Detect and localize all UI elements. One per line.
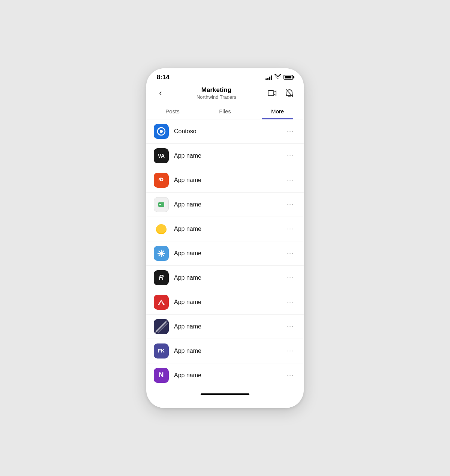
list-item[interactable]: R App name ···: [146, 266, 304, 290]
app-name: App name: [174, 323, 284, 330]
list-item[interactable]: N App name ···: [146, 363, 304, 387]
mute-notifications-button[interactable]: [283, 86, 296, 100]
channel-title: Marketing: [167, 86, 266, 94]
app-more-button[interactable]: ···: [284, 345, 296, 357]
app-more-button[interactable]: ···: [284, 150, 296, 162]
app-icon-green: [154, 197, 169, 212]
app-icon-fk: FK: [154, 343, 169, 359]
svg-point-7: [156, 224, 166, 233]
app-more-button[interactable]: ···: [284, 223, 296, 235]
app-name: App name: [174, 226, 284, 232]
tab-more[interactable]: More: [251, 104, 304, 119]
signal-bars-icon: [266, 75, 272, 80]
app-name: App name: [174, 299, 284, 306]
tabs-bar: Posts Files More: [146, 104, 304, 119]
app-name: App name: [174, 152, 284, 159]
app-more-button[interactable]: ···: [284, 296, 296, 308]
app-more-button[interactable]: ···: [284, 247, 296, 259]
app-icon-onenote: N: [154, 368, 169, 383]
list-item[interactable]: App name ···: [146, 217, 304, 241]
bell-mute-icon: [285, 89, 294, 98]
svg-rect-5: [159, 204, 161, 205]
app-more-button[interactable]: ···: [284, 272, 296, 284]
phone-shell: 8:14 ‹ Marketing Northwin: [146, 68, 304, 408]
app-name: App name: [174, 372, 284, 379]
list-item[interactable]: App name ···: [146, 193, 304, 217]
app-icon-dark-r: R: [154, 270, 169, 285]
tab-files[interactable]: Files: [199, 104, 251, 119]
app-icon-stripe: [154, 319, 169, 334]
app-icon-relay: [154, 173, 169, 188]
svg-rect-4: [158, 202, 164, 207]
list-item[interactable]: App name ···: [146, 290, 304, 315]
list-item[interactable]: App name ···: [146, 315, 304, 339]
app-more-button[interactable]: ···: [284, 369, 296, 381]
status-bar: 8:14: [146, 68, 304, 84]
list-item[interactable]: App name ···: [146, 241, 304, 266]
svg-rect-0: [268, 90, 274, 96]
app-name: App name: [174, 274, 284, 281]
app-icon-yellow: [154, 221, 169, 236]
app-icon-contoso: [154, 124, 169, 139]
app-more-button[interactable]: ···: [284, 199, 296, 211]
app-name: App name: [174, 348, 284, 354]
home-bar: [201, 393, 249, 395]
app-name: App name: [174, 177, 284, 184]
team-name: Northwind Traders: [167, 94, 266, 100]
video-call-button[interactable]: [266, 86, 279, 100]
tab-posts[interactable]: Posts: [146, 104, 199, 119]
app-more-button[interactable]: ···: [284, 174, 296, 186]
header: ‹ Marketing Northwind Traders: [146, 84, 304, 104]
app-name: App name: [174, 201, 284, 208]
list-item[interactable]: Contoso ···: [146, 119, 304, 144]
header-actions: [266, 86, 296, 100]
list-item[interactable]: FK App name ···: [146, 339, 304, 363]
app-name: App name: [174, 250, 284, 257]
list-item[interactable]: VA App name ···: [146, 144, 304, 168]
header-title-group: Marketing Northwind Traders: [167, 86, 266, 100]
app-list: Contoso ··· VA App name ··· App name ···: [146, 119, 304, 387]
app-name: Contoso: [174, 128, 284, 135]
app-icon-red-m: [154, 295, 169, 310]
svg-point-3: [160, 130, 163, 133]
back-chevron-icon: ‹: [159, 88, 162, 98]
home-indicator: [146, 390, 304, 398]
app-icon-snowflake: [154, 246, 169, 261]
app-more-button[interactable]: ···: [284, 321, 296, 333]
battery-icon: [284, 75, 293, 80]
video-icon: [268, 89, 277, 97]
app-icon-va: VA: [154, 148, 169, 163]
back-button[interactable]: ‹: [154, 86, 167, 100]
app-more-button[interactable]: ···: [284, 125, 296, 137]
status-time: 8:14: [157, 74, 170, 81]
list-item[interactable]: App name ···: [146, 168, 304, 193]
status-icons: [266, 74, 293, 80]
wifi-icon: [274, 74, 281, 80]
